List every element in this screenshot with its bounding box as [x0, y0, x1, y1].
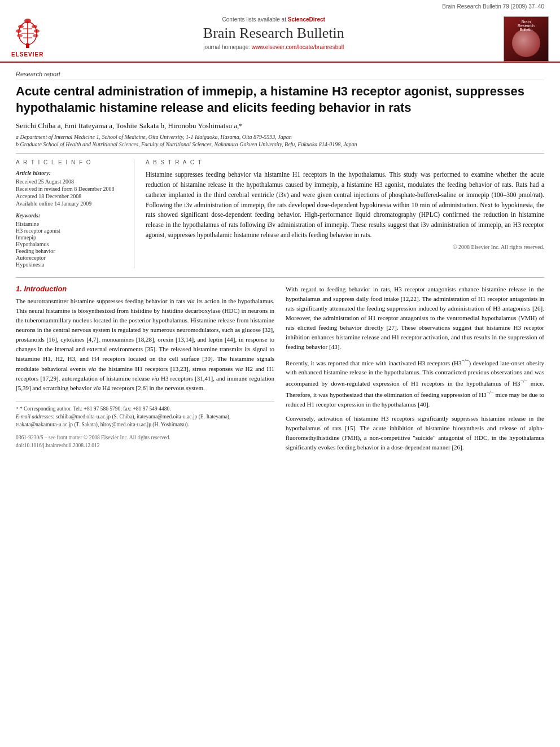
sciencedirect-line: Contents lists available at ScienceDirec… [55, 16, 492, 23]
keyword-5: Feeding behavior [16, 248, 126, 254]
abstract-column: A B S T R A C T Histamine suppresses fee… [146, 159, 544, 268]
corresponding-author-note: * * Corresponding author. Tel.: +81 97 5… [16, 405, 274, 413]
intro-section-title: 1. Introduction [16, 285, 274, 293]
cover-circle-graphic [512, 29, 540, 57]
copyright-line: © 2008 Elsevier Inc. All rights reserved… [146, 244, 544, 250]
cover-image: BrainResearchBulletin [504, 16, 549, 62]
affiliation-b: b Graduate School of Health and Nutritio… [16, 141, 544, 147]
article-info-column: A R T I C L E I N F O Article history: R… [16, 159, 134, 268]
homepage-link[interactable]: www.elsevier.com/locate/brainresbull [252, 44, 344, 50]
footnotes-section: * * Corresponding author. Tel.: +81 97 5… [16, 401, 274, 450]
keyword-1: Histamine [16, 221, 126, 227]
issn-text: 0361-9230/$ – see front matter © 2008 El… [16, 434, 274, 442]
homepage-text: journal homepage: [203, 44, 250, 50]
body-content: 1. Introduction The neurotransmitter his… [16, 285, 544, 457]
elsevier-tree-icon [12, 16, 43, 50]
doi-text: doi:10.1016/j.brainresbull.2008.12.012 [16, 442, 274, 449]
accepted-date: Accepted 18 December 2008 [16, 193, 126, 199]
keywords-label: Keywords: [16, 212, 126, 219]
page: Brain Research Bulletin 79 (2009) 37–40 [0, 0, 560, 747]
main-content: Research report Acute central administra… [0, 63, 560, 465]
bulletin-text: Brain Research Bulletin 79 (2009) 37–40 [442, 3, 544, 10]
body-col-right: With regard to feeding behavior in rats,… [286, 285, 544, 457]
available-date: Available online 14 January 2009 [16, 200, 126, 207]
journal-info-center: Contents lists available at ScienceDirec… [43, 14, 504, 53]
section-title-text: Introduction [24, 285, 67, 293]
revised-date: Received in revised form 8 December 2008 [16, 186, 126, 192]
affiliation-a: a Department of Internal Medicine 1, Sch… [16, 134, 544, 140]
received-date: Received 25 August 2008 [16, 178, 126, 185]
email-label: E-mail addresses: [16, 414, 55, 420]
authors-line: Seiichi Chiba a, Emi Itateyama a, Toshii… [16, 121, 544, 130]
abstract-text: Histamine suppresses feeding behavior vi… [146, 170, 544, 241]
keyword-3: Immepip [16, 234, 126, 241]
svg-point-6 [18, 25, 24, 28]
svg-point-10 [17, 34, 23, 37]
issn-doi-line: 0361-9230/$ – see front matter © 2008 El… [16, 434, 274, 450]
article-type-label: Research report [16, 71, 544, 80]
cover-title-text: BrainResearchBulletin [505, 19, 547, 33]
elsevier-logo: ELSEVIER [11, 16, 43, 58]
body-col-left: 1. Introduction The neurotransmitter his… [16, 285, 274, 457]
intro-paragraph-4: Conversely, activation of histamine H3 r… [286, 414, 544, 452]
svg-point-8 [16, 29, 21, 33]
intro-paragraph-1: The neurotransmitter histamine suppresse… [16, 296, 274, 392]
intro-paragraph-3: Recently, it was reported that mice with… [286, 357, 544, 409]
elsevier-name: ELSEVIER [11, 51, 43, 58]
corresponding-text: * Corresponding author. Tel.: +81 97 586… [20, 406, 171, 412]
article-info-abstract: A R T I C L E I N F O Article history: R… [16, 159, 544, 268]
keyword-6: Autoreceptor [16, 255, 126, 261]
abstract-heading: A B S T R A C T [146, 159, 544, 165]
svg-point-7 [32, 25, 37, 28]
keyword-2: H3 receptor agonist [16, 228, 126, 234]
keywords-section: Keywords: Histamine H3 receptor agonist … [16, 212, 126, 268]
authors-text: Seiichi Chiba a, Emi Itateyama a, Toshii… [16, 121, 243, 130]
divider-1 [16, 153, 544, 154]
section-number: 1. [16, 285, 22, 293]
journal-header: ELSEVIER Contents lists available at Sci… [0, 10, 560, 63]
svg-point-12 [24, 19, 31, 23]
svg-point-9 [34, 29, 40, 33]
elsevier-logo-section: ELSEVIER [11, 14, 43, 60]
history-label: Article history: [16, 170, 126, 176]
sciencedirect-link[interactable]: ScienceDirect [288, 16, 325, 23]
journal-homepage: journal homepage: www.elsevier.com/locat… [55, 44, 492, 50]
divider-2 [16, 277, 544, 278]
keyword-7: Hypokinesia [16, 261, 126, 268]
keyword-4: Hypothalamus [16, 241, 126, 247]
intro-paragraph-2: With regard to feeding behavior in rats,… [286, 285, 544, 352]
journal-title: Brain Research Bulletin [55, 25, 492, 42]
journal-cover: BrainResearchBulletin [504, 16, 549, 62]
sciencedirect-text: Contents lists available at [222, 16, 286, 23]
email-line: E-mail addresses: schiiba@med.oita-u.ac.… [16, 413, 274, 429]
bulletin-line: Brain Research Bulletin 79 (2009) 37–40 [0, 0, 560, 10]
article-info-heading: A R T I C L E I N F O [16, 159, 126, 165]
article-title: Acute central administration of immepip,… [16, 84, 544, 116]
svg-point-11 [33, 34, 38, 37]
